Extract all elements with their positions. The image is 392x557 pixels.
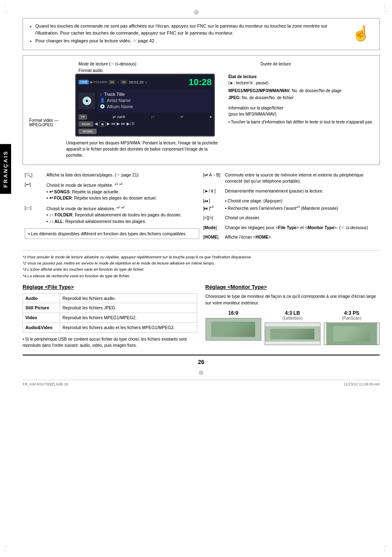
state-desc3-block: JPEG: No. de dossier/No. de fichier	[228, 95, 373, 101]
control-ab: [⇌ A→B] Commute entre la source de mémoi…	[203, 172, 378, 185]
state-desc3-title: JPEG:	[228, 95, 241, 100]
file-type-note: • Si le périphérique USB ne contient auc…	[23, 336, 197, 348]
monitor-option-43ps: 4:3 PS (PanScan)	[324, 310, 380, 345]
preview-43ps-inner	[324, 323, 380, 345]
diagram-left-labels: Format vidéo — MPEG/JPEG	[29, 74, 62, 158]
monitor-type-desc: Choisissez le type de moniteur de façon …	[205, 293, 380, 306]
monitor-43ps-preview	[324, 323, 380, 345]
footer-left: FR_KW-NSX700[E].indb 26	[23, 382, 68, 386]
stop-btn: ■	[99, 121, 106, 127]
control-symbol-shuffle: [↕↑]	[25, 205, 43, 225]
screen-bottom-row: Mode ◀ ■ ▶ ⏮ ▶ ⏭ ▶/⏸	[78, 121, 212, 127]
control-desc-ab: Commute entre la source de mémoire inter…	[225, 172, 378, 185]
top-reg-mark: ⊕	[12, 8, 380, 16]
controls-table: [🔍] Affiche la liste des dossiers/plages…	[23, 170, 380, 246]
prev-btn: ⏮	[111, 121, 115, 127]
preview-169-inner	[206, 318, 261, 340]
artist-name-row: 👤 Artist Name	[100, 98, 209, 103]
dot-btn: ●	[210, 115, 212, 119]
corner-mark-br: —|	[384, 544, 388, 553]
file-type-row-audio: Audio Reproduit les fichiers audio.	[23, 293, 197, 303]
album-name: Album Name	[107, 104, 133, 109]
mode-label-btn: Mode	[78, 121, 93, 127]
monitor-43ps-sublabel: (PanScan)	[324, 316, 380, 320]
play-btn: ▶	[117, 121, 120, 127]
screen-controls-row: TP ⇌ A⇌B ↕↑ ↩ ●	[78, 114, 212, 120]
shuffle-btn: ↕↑	[151, 115, 154, 119]
monitor-options: 16:9 4:3 LB (Letterbox)	[205, 310, 380, 345]
info-label-block: Information sur la plage/fichier (pour l…	[228, 105, 373, 125]
page-footer: FR_KW-NSX700[E].indb 26 11/23/12 11:08:0…	[23, 380, 380, 386]
screen-duration: 00:01:20	[129, 80, 143, 84]
screen-top-bar: USB ▶ FOLDER 01 ♪ 01 00:01:20 ♪ 10:28	[78, 77, 212, 88]
monitor-169-label: 16:9	[205, 310, 261, 316]
diagram-wrapper: Format vidéo — MPEG/JPEG USB ▶ FOLDER 01…	[29, 74, 373, 158]
page-number: 26	[23, 355, 380, 365]
track-title: Track Title	[104, 92, 125, 97]
state-label-block: État de lecture (►: lecture/⏸: pause) MP…	[228, 74, 373, 101]
preview-43lb-inner	[265, 326, 320, 341]
notice-icon-area: ☝	[348, 23, 373, 46]
notice-text: Quand les touches de commande ne sont pa…	[29, 23, 344, 46]
bottom-reg-mark: ⊕	[23, 369, 380, 376]
control-symbol-mode: [Mode]	[203, 225, 222, 231]
control-desc-shuffle: Choisit le mode de lecture aléatoire. *1…	[46, 205, 199, 225]
monitor-option-43lb: 4:3 LB (Letterbox)	[265, 310, 321, 345]
notice-box: Quand les touches de commande ne sont pa…	[23, 18, 380, 50]
file-type-section: Réglage <File Type> Audio Reproduit les …	[23, 284, 197, 348]
control-desc-playpause: Démarre/arrête momentanément (pause) la …	[225, 188, 378, 195]
screen-icons-row: 💿 ♪ Track Title 👤 Artist Name	[78, 89, 212, 113]
preview-169-img	[211, 322, 255, 337]
control-symbol-home: [HOME]	[203, 234, 222, 241]
screen-diagram-container: Mode de lecture (☞ ci-dessous) Durée de …	[23, 55, 380, 165]
monitor-169-preview	[205, 318, 261, 341]
preview-43lb-img	[270, 329, 314, 339]
control-shuffle: [↕↑] Choisit le mode de lecture aléatoir…	[25, 205, 199, 225]
player-screen-area: USB ▶ FOLDER 01 ♪ 01 00:01:20 ♪ 10:28 💿	[66, 74, 224, 158]
tp-btn: TP	[78, 114, 87, 120]
control-desc-search: Affiche la liste des dossiers/plages. (☞…	[46, 172, 199, 179]
preview-43ps-img	[333, 326, 370, 341]
control-desc-mode: Change les réglages pour <File Type> et …	[225, 225, 378, 231]
footnote-4: *4 La vitesse de recherche varie en fonc…	[23, 273, 380, 279]
file-type-still-label: Still Picture	[23, 303, 60, 313]
monitor-43lb-preview	[265, 323, 321, 345]
nav-right: ▶	[107, 121, 110, 127]
control-folder: [<][>] Choisit un dossier.	[203, 215, 378, 221]
control-desc-prevnext: • Choisit une plage. (Appuyer) • Recherc…	[225, 198, 378, 211]
corner-mark-tr: |—	[384, 4, 388, 13]
file-type-av-label: Audio&Video	[23, 323, 60, 332]
file-type-video-label: Video	[23, 313, 60, 323]
screen-track-sub: 01	[120, 80, 127, 84]
control-symbol-playpause: [►/⏸]	[203, 188, 222, 195]
screen-track-num: 01	[108, 80, 115, 84]
file-type-still-desc: Reproduit les fichiers JPEG.	[60, 303, 197, 313]
info-note: • Toucher la barre d'information fait dé…	[228, 119, 373, 125]
footnote-2: *2 Vous ne pouvez pas mettre en service …	[23, 260, 380, 266]
diagram-right-labels: État de lecture (►: lecture/⏸: pause) MP…	[228, 74, 373, 158]
control-desc-home: Affiche l'écran <HOME>.	[225, 234, 378, 241]
file-type-audio-label: Audio	[23, 293, 60, 303]
state-desc2-title: MPEG1/MPEG2/MP3/WMA/WAV:	[228, 88, 291, 93]
state-desc3: No. de dossier/No. de fichier	[242, 95, 293, 100]
state-desc1: (►: lecture/⏸: pause)	[228, 80, 373, 86]
monitor-type-section: Réglage <Monitor Type> Choisissez le typ…	[205, 284, 380, 348]
repeat-btn: ↩	[180, 115, 184, 119]
state-label: État de lecture	[228, 74, 373, 80]
control-prevnext: [⏮][⏭]*3 • Choisit une plage. (Appuyer) …	[203, 198, 378, 211]
control-symbol-prevnext: [⏮][⏭]*3	[203, 198, 222, 211]
nav-left: ◀	[95, 121, 98, 127]
album-name-row: 💿 Album Name	[100, 104, 209, 109]
format-audio-label-row: Format audio	[29, 68, 373, 73]
format-video-label: Format vidéo — MPEG/JPEG	[29, 118, 62, 127]
spacer	[29, 62, 78, 66]
file-type-av-desc: Reproduit les fichiers audio et les fich…	[60, 323, 197, 332]
file-type-title: Réglage <File Type>	[23, 284, 197, 290]
control-repeat: [↩] Choisit le mode de lecture répétée. …	[25, 181, 199, 202]
file-type-row-video: Video Reproduit les fichiers MPEG1/MPEG2…	[23, 313, 197, 323]
preview-ps-left-bar	[324, 323, 327, 345]
footnote-3: *3 L'icône affiché entre les touches var…	[23, 266, 380, 272]
home-btn: HOME	[78, 129, 97, 134]
footnotes: *1 Pour annuler le mode de lecture aléat…	[23, 250, 380, 279]
control-desc-repeat: Choisit le mode de lecture répétée. *1 *…	[46, 181, 199, 202]
